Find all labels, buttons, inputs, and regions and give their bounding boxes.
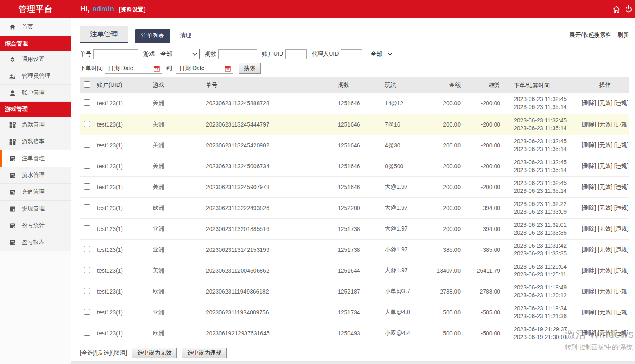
row-checkbox[interactable] xyxy=(84,288,90,294)
sidebar-item[interactable]: 通用设置 xyxy=(0,51,71,68)
sidebar-item[interactable]: 充值管理 xyxy=(0,184,71,201)
delete-action-link[interactable]: [删除] xyxy=(581,142,596,148)
tab-divider xyxy=(175,34,175,40)
invalid-action-link[interactable]: [无效] xyxy=(598,225,612,232)
row-checkbox[interactable] xyxy=(84,183,90,190)
row-checkbox[interactable] xyxy=(84,204,90,210)
sidebar-item[interactable]: 流水管理 xyxy=(0,167,71,184)
ledger-icon xyxy=(9,239,16,246)
game-select[interactable]: 全部 xyxy=(157,49,200,59)
table-row: test123(1)美洲2023062311324500673412516460… xyxy=(80,156,629,176)
home-icon[interactable] xyxy=(612,6,620,13)
sidebar-item[interactable]: 首页 xyxy=(0,18,71,36)
sidebar-item[interactable]: 管理员管理 xyxy=(0,68,71,85)
violation-action-link[interactable]: [违规] xyxy=(614,309,629,315)
play-cell: 大@1.97 xyxy=(381,218,422,239)
delete-action-link[interactable]: [删除] xyxy=(581,225,596,232)
play-cell: 14@12 xyxy=(381,93,422,114)
delete-action-link[interactable]: [删除] xyxy=(581,330,596,336)
violation-action-link[interactable]: [违规] xyxy=(614,204,629,211)
profile-settings-link[interactable]: [资料设置] xyxy=(119,6,145,14)
sidebar-item[interactable]: 游戏赔率 xyxy=(0,133,71,150)
delete-action-link[interactable]: [删除] xyxy=(581,99,596,106)
settle-time: 2023-06-23 11:21:36 xyxy=(514,312,581,320)
violation-action-link[interactable]: [违规] xyxy=(614,99,629,106)
sidebar-item[interactable]: 游戏管理 xyxy=(0,117,71,133)
tab-order-list[interactable]: 注单列表 xyxy=(135,29,170,43)
settle-time: 2023-06-23 11:33:35 xyxy=(514,250,581,258)
invalid-action-link[interactable]: [无效] xyxy=(598,99,612,106)
invalid-action-link[interactable]: [无效] xyxy=(598,246,612,253)
sidebar-item[interactable]: 账户管理 xyxy=(0,85,71,102)
delete-action-link[interactable]: [删除] xyxy=(581,288,596,294)
row-checkbox[interactable] xyxy=(84,99,90,106)
time-cell: 2023-06-23 11:19:492023-06-23 11:20:12 xyxy=(500,281,581,302)
set-invalid-button[interactable]: 选中设为无效 xyxy=(132,348,177,358)
violation-action-link[interactable]: [违规] xyxy=(614,288,629,294)
tab-clean[interactable]: 清理 xyxy=(180,32,191,43)
status-select[interactable]: 全部 xyxy=(367,49,395,59)
delete-action-link[interactable]: [删除] xyxy=(581,204,596,211)
sidebar-item[interactable]: 盈亏统计 xyxy=(0,217,71,234)
delete-action-link[interactable]: [删除] xyxy=(581,309,596,315)
sidebar-item[interactable]: 提现管理 xyxy=(0,201,71,217)
agent-uid-input[interactable] xyxy=(341,49,362,59)
row-checkbox[interactable] xyxy=(84,121,90,127)
time-cell: 2023-06-23 11:19:342023-06-23 11:21:36 xyxy=(500,302,581,323)
invalid-action-link[interactable]: [无效] xyxy=(598,330,612,336)
violation-action-link[interactable]: [违规] xyxy=(614,142,629,148)
row-checkbox[interactable] xyxy=(84,330,90,336)
violation-action-link[interactable]: [违规] xyxy=(614,163,629,169)
date-to-input[interactable]: 日期 Date 31 xyxy=(176,63,233,74)
period-input[interactable] xyxy=(218,49,257,59)
toggle-search-link[interactable]: 展开/收起搜索栏 xyxy=(569,32,611,39)
order-number-input[interactable] xyxy=(93,49,138,59)
time-cell: 2023-06-19 21:29:372023-06-19 21:30:01 xyxy=(500,323,581,344)
set-violation-button[interactable]: 选中设为违规 xyxy=(182,348,227,358)
account-cell: test123(1) xyxy=(94,260,151,281)
sidebar-item[interactable]: 盈亏报表 xyxy=(0,234,71,251)
invalid-action-link[interactable]: [无效] xyxy=(598,204,612,211)
row-checkbox[interactable] xyxy=(84,225,90,231)
bottom-strip xyxy=(71,361,635,364)
delete-action-link[interactable]: [删除] xyxy=(581,246,596,253)
delete-action-link[interactable]: [删除] xyxy=(581,121,596,127)
date-from-input[interactable]: 日期 Date 31 xyxy=(105,63,162,74)
account-uid-input[interactable] xyxy=(285,49,307,59)
row-checkbox[interactable] xyxy=(84,163,90,169)
date-to-placeholder: 日期 Date xyxy=(179,65,204,72)
select-all-checkbox[interactable] xyxy=(84,81,90,88)
table-row: test123(1)美洲202306231132459079781251646大… xyxy=(80,176,629,197)
violation-action-link[interactable]: [违规] xyxy=(614,121,629,127)
sidebar-item[interactable]: 注单管理 xyxy=(0,150,71,167)
refresh-link[interactable]: 刷新 xyxy=(617,32,629,39)
violation-action-link[interactable]: [违规] xyxy=(614,330,629,336)
power-logout-icon[interactable] xyxy=(625,5,633,13)
invalid-action-link[interactable]: [无效] xyxy=(598,309,612,315)
invalid-action-link[interactable]: [无效] xyxy=(598,163,612,169)
account-cell: test123(1) xyxy=(94,323,151,344)
delete-action-link[interactable]: [删除] xyxy=(581,267,596,274)
amount-cell: 505.00 xyxy=(422,302,461,323)
invalid-action-link[interactable]: [无效] xyxy=(598,121,612,127)
invalid-action-link[interactable]: [无效] xyxy=(598,288,612,294)
violation-action-link[interactable]: [违规] xyxy=(614,225,629,232)
delete-action-link[interactable]: [删除] xyxy=(581,163,596,169)
violation-action-link[interactable]: [违规] xyxy=(614,183,629,190)
row-checkbox[interactable] xyxy=(84,267,90,273)
search-button[interactable]: 搜索 xyxy=(239,63,261,74)
row-checkbox[interactable] xyxy=(84,246,90,252)
period-cell: 1251644 xyxy=(336,260,381,281)
select-all-invert-cancel-links[interactable]: [全选]/[反选]/[取消] xyxy=(80,349,127,357)
row-checkbox[interactable] xyxy=(84,142,90,148)
invalid-action-link[interactable]: [无效] xyxy=(598,267,612,274)
row-checkbox[interactable] xyxy=(84,309,90,315)
invalid-action-link[interactable]: [无效] xyxy=(598,183,612,190)
violation-action-link[interactable]: [违规] xyxy=(614,267,629,274)
violation-action-link[interactable]: [违规] xyxy=(614,246,629,253)
invalid-action-link[interactable]: [无效] xyxy=(598,142,612,148)
settle-time: 2023-06-23 11:35:14 xyxy=(514,187,581,195)
ledger-icon xyxy=(9,155,16,162)
sidebar-item-label: 管理员管理 xyxy=(22,72,50,80)
delete-action-link[interactable]: [删除] xyxy=(581,183,596,190)
